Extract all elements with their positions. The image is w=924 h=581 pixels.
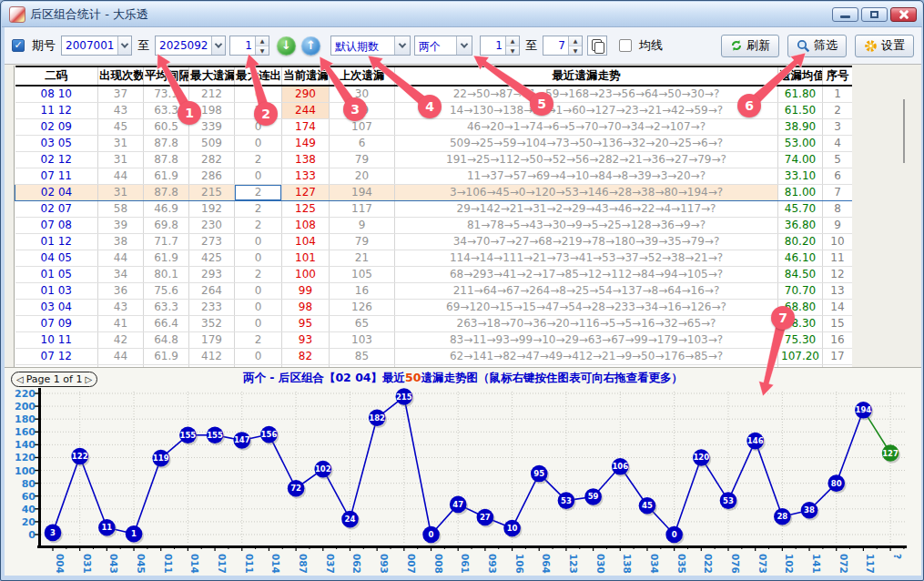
issue-checkbox[interactable]: ✓	[12, 39, 25, 52]
cell[interactable]: 14	[823, 299, 853, 315]
cell[interactable]: 107.20	[778, 348, 823, 364]
cell[interactable]: 07 09	[15, 315, 98, 331]
cell[interactable]: 70.70	[778, 282, 823, 299]
cell[interactable]: 149	[282, 135, 330, 151]
cell[interactable]: 33.10	[778, 168, 823, 184]
cell[interactable]: 9	[330, 217, 395, 233]
cell[interactable]: 100	[282, 266, 330, 282]
cell[interactable]: 13	[823, 282, 853, 299]
cell[interactable]: 71.7	[144, 233, 189, 250]
cell[interactable]: 43	[98, 102, 144, 118]
cell[interactable]: 81→78→5→43→30→9→5→25→128→36→9→?	[395, 217, 778, 233]
column-header-9[interactable]: 序号	[823, 66, 853, 86]
cell[interactable]: 20	[330, 168, 395, 184]
cell[interactable]: 01 12	[15, 233, 98, 250]
cell[interactable]: 69.8	[144, 217, 189, 233]
cell[interactable]: 107	[330, 118, 395, 135]
cell[interactable]: 263→18→70→36→20→116→5→5→16→32→65→?	[395, 315, 778, 331]
cell[interactable]: 36.80	[778, 217, 823, 233]
cell[interactable]: 45.70	[778, 200, 823, 217]
table-row[interactable]: 01 053480.1293210010568→293→41→2→17→85→1…	[15, 266, 853, 282]
cell[interactable]: 10	[823, 233, 853, 250]
cell[interactable]: 75.6	[144, 282, 189, 299]
cell[interactable]: 46→20→1→74→6→5→70→70→34→2→107→?	[395, 118, 778, 135]
cell[interactable]: 64.8	[144, 331, 189, 348]
spinner-down-icon[interactable]: ▼	[569, 46, 582, 56]
cell[interactable]: 0	[235, 348, 282, 364]
cell[interactable]: 42	[98, 331, 144, 348]
cell[interactable]: 0	[235, 299, 282, 315]
cell[interactable]: 2	[823, 102, 853, 118]
cell[interactable]: 233	[189, 299, 235, 315]
cell[interactable]: 03 05	[15, 135, 98, 151]
cell[interactable]: 264	[189, 282, 235, 299]
cell[interactable]: 8	[823, 200, 853, 217]
cell[interactable]: 44	[98, 348, 144, 364]
cell[interactable]: 22→50→87→31→59→168→23→56→64→50→30→?	[395, 86, 778, 102]
cell[interactable]: 10 11	[15, 331, 98, 348]
step-spinner[interactable]: 1 ▲▼	[229, 36, 269, 56]
cell[interactable]: 7	[823, 184, 853, 200]
column-header-5[interactable]: 当前遗漏	[282, 66, 330, 86]
cell[interactable]: 85	[330, 348, 395, 364]
cell[interactable]: 0	[235, 168, 282, 184]
cell[interactable]: 41	[98, 315, 144, 331]
cell[interactable]: 105	[330, 266, 395, 282]
chevron-down-icon[interactable]	[117, 36, 131, 55]
cell[interactable]: 61.50	[778, 102, 823, 118]
cell[interactable]: 34→70→7→27→68→219→78→180→39→35→79→?	[395, 233, 778, 250]
table-row[interactable]: 03 053187.850901496509→25→59→104→73→50→1…	[15, 135, 853, 151]
column-header-7[interactable]: 最近遗漏走势	[395, 66, 778, 86]
cell[interactable]: 02 04	[15, 184, 98, 200]
copy-button[interactable]	[587, 36, 607, 56]
cell[interactable]: 84.50	[778, 266, 823, 282]
cell[interactable]: 83→11→93→99→10→29→63→67→99→179→103→?	[395, 331, 778, 348]
cell[interactable]: 293	[189, 266, 235, 282]
cell[interactable]: 38	[98, 233, 144, 250]
table-row[interactable]: 02 043187.821521271943→106→45→0→120→53→1…	[15, 184, 853, 200]
cell[interactable]: 212	[189, 86, 235, 102]
cell[interactable]: 80.1	[144, 266, 189, 282]
move-up-button[interactable]: ↑	[301, 36, 320, 56]
cell[interactable]: 138	[282, 151, 330, 168]
table-row[interactable]: 07 083969.82302108981→78→5→43→30→9→5→25→…	[15, 217, 853, 233]
cell[interactable]: 1	[823, 86, 853, 102]
issue-to-select[interactable]: 2025092	[155, 36, 226, 56]
cell[interactable]: 34	[98, 266, 144, 282]
cell[interactable]: 412	[189, 348, 235, 364]
cell[interactable]: 179	[189, 331, 235, 348]
cell[interactable]: 43	[98, 299, 144, 315]
cell[interactable]: 0	[235, 282, 282, 299]
cell[interactable]: 126	[330, 299, 395, 315]
cell[interactable]: 352	[189, 315, 235, 331]
cell[interactable]: 61.9	[144, 168, 189, 184]
period-mode-select[interactable]: 默认期数	[330, 36, 411, 56]
cell[interactable]: 425	[189, 250, 235, 266]
cell[interactable]: 79	[330, 151, 395, 168]
cell[interactable]: 174	[282, 118, 330, 135]
cell[interactable]: 81.00	[778, 184, 823, 200]
spinner-up-icon[interactable]: ▲	[569, 36, 582, 46]
cell[interactable]: 5	[823, 151, 853, 168]
cell[interactable]: 29→142→21→31→2→29→43→46→22→4→117→?	[395, 200, 778, 217]
cell[interactable]: 62→141→82→47→49→412→21→9→50→176→85→?	[395, 348, 778, 364]
cell[interactable]: 509→25→59→104→73→50→136→32→20→25→6→?	[395, 135, 778, 151]
cell[interactable]: 07 11	[15, 168, 98, 184]
column-header-6[interactable]: 上次遗漏	[330, 66, 395, 86]
close-button[interactable]	[890, 7, 917, 22]
cell[interactable]: 02 07	[15, 200, 98, 217]
cell[interactable]: 99	[282, 282, 330, 299]
cell[interactable]: 73.1	[144, 86, 189, 102]
table-row[interactable]: 02 094560.5339017410746→20→1→74→6→5→70→7…	[15, 118, 853, 135]
cell[interactable]: 58	[98, 200, 144, 217]
cell[interactable]: 0	[235, 233, 282, 250]
cell[interactable]: 87.8	[144, 151, 189, 168]
cell[interactable]: 31	[98, 151, 144, 168]
cell[interactable]: 02 12	[15, 151, 98, 168]
table-row[interactable]: 02 075846.9192212511729→142→21→31→2→29→4…	[15, 200, 853, 217]
ma-checkbox[interactable]	[619, 39, 632, 52]
cell[interactable]: 87.8	[144, 135, 189, 151]
cell[interactable]: 04 05	[15, 250, 98, 266]
table-row[interactable]: 10 114264.817929310383→11→93→99→10→29→63…	[15, 331, 853, 348]
cell[interactable]: 31	[98, 135, 144, 151]
